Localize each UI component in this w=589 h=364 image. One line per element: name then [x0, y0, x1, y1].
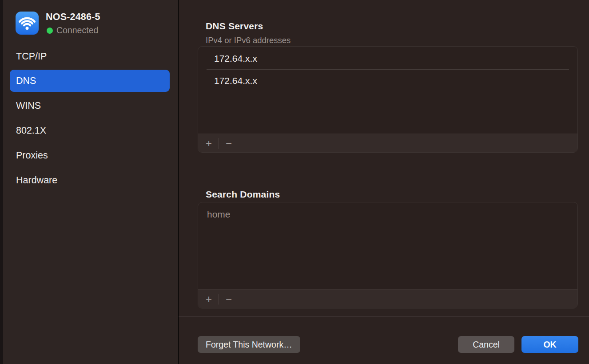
sidebar-item-8021x[interactable]: 802.1X	[10, 119, 170, 142]
search-domains-title: Search Domains	[206, 189, 280, 200]
sidebar-item-hardware[interactable]: Hardware	[10, 169, 170, 191]
cancel-button[interactable]: Cancel	[458, 336, 514, 353]
ok-button[interactable]: OK	[521, 336, 578, 353]
sidebar-divider	[178, 0, 179, 364]
search-domains-list: home + −	[198, 202, 578, 309]
window-edge	[0, 0, 3, 364]
dns-servers-title: DNS Servers	[206, 21, 263, 32]
button-separator	[219, 138, 219, 149]
dns-server-row[interactable]: 172.64.x.x	[198, 47, 577, 69]
add-dns-server-button[interactable]: +	[203, 137, 214, 150]
sidebar-item-label: TCP/IP	[16, 51, 47, 62]
dns-servers-rows: 172.64.x.x 172.64.x.x	[198, 47, 577, 134]
sidebar-item-label: Hardware	[16, 175, 57, 186]
search-domain-row[interactable]: home	[198, 203, 577, 225]
sidebar-item-tcpip[interactable]: TCP/IP	[10, 45, 170, 67]
sidebar-item-label: Proxies	[16, 150, 48, 161]
button-separator	[219, 294, 219, 305]
sidebar-item-label: 802.1X	[16, 125, 46, 136]
footer-divider	[179, 316, 589, 317]
remove-search-domain-button[interactable]: −	[223, 293, 234, 306]
sidebar-item-proxies[interactable]: Proxies	[10, 144, 170, 166]
sidebar: NOS-2486-5 Connected TCP/IP DNS WINS 802…	[3, 0, 178, 364]
dns-servers-list-footer: + −	[198, 134, 577, 152]
connection-status-label: Connected	[56, 25, 98, 36]
add-search-domain-button[interactable]: +	[203, 293, 214, 306]
network-name: NOS-2486-5	[46, 12, 100, 23]
sidebar-item-dns[interactable]: DNS	[10, 70, 170, 92]
sidebar-item-label: DNS	[16, 75, 36, 87]
connection-status: Connected	[47, 25, 98, 36]
connected-dot-icon	[47, 28, 53, 34]
dns-servers-list: 172.64.x.x 172.64.x.x + −	[198, 46, 578, 153]
sidebar-item-wins[interactable]: WINS	[10, 95, 170, 117]
search-domains-list-footer: + −	[198, 289, 577, 308]
remove-dns-server-button[interactable]: −	[223, 137, 234, 150]
wifi-icon	[16, 12, 39, 35]
dns-servers-subtitle: IPv4 or IPv6 addresses	[206, 36, 291, 45]
forget-network-button[interactable]: Forget This Network…	[198, 336, 300, 353]
dns-server-row[interactable]: 172.64.x.x	[198, 70, 577, 91]
search-domains-rows: home	[198, 202, 577, 289]
sidebar-item-label: WINS	[16, 100, 41, 111]
